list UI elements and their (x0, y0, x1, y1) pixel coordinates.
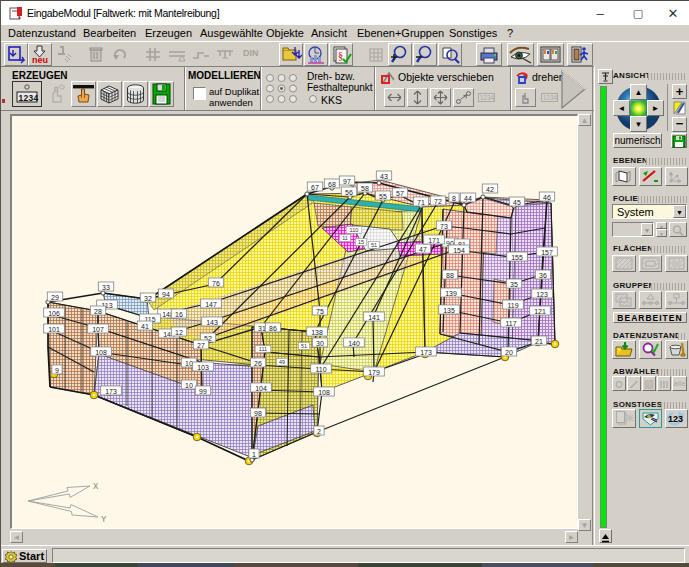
svg-text:36: 36 (539, 272, 547, 279)
svg-text:101: 101 (48, 326, 60, 333)
svg-text:110: 110 (350, 227, 359, 233)
svg-text:86: 86 (269, 325, 277, 332)
svg-text:33: 33 (102, 284, 110, 291)
svg-text:9: 9 (55, 367, 59, 374)
svg-text:1234: 1234 (543, 94, 558, 101)
svg-text:2: 2 (317, 428, 321, 435)
svg-text:10: 10 (185, 382, 193, 389)
svg-text:11: 11 (342, 235, 348, 241)
svg-text:123: 123 (536, 291, 548, 298)
svg-text:41: 41 (141, 323, 149, 330)
svg-text:20: 20 (505, 349, 513, 356)
svg-text:104: 104 (255, 385, 267, 392)
svg-text:30: 30 (316, 340, 324, 347)
svg-text:111: 111 (259, 346, 267, 352)
svg-text:117: 117 (505, 320, 516, 327)
svg-text:§: § (338, 50, 343, 61)
svg-text:173: 173 (105, 388, 117, 395)
svg-text:123: 123 (668, 414, 683, 424)
svg-text:98: 98 (254, 410, 262, 417)
svg-text:56: 56 (345, 189, 353, 196)
svg-text:49: 49 (279, 359, 285, 365)
svg-text:45: 45 (513, 199, 521, 206)
svg-text:15: 15 (358, 239, 364, 245)
svg-text:140: 140 (348, 340, 360, 347)
svg-text:26: 26 (254, 360, 262, 367)
svg-text:8: 8 (452, 195, 456, 202)
svg-text:58: 58 (361, 185, 369, 192)
svg-text:12: 12 (175, 329, 183, 336)
svg-text:28: 28 (94, 308, 102, 315)
svg-text:1: 1 (252, 451, 256, 458)
svg-text:141: 141 (368, 314, 380, 321)
svg-text:139: 139 (445, 290, 457, 297)
svg-text:51: 51 (301, 343, 307, 349)
svg-text:35: 35 (510, 281, 518, 288)
svg-text:157: 157 (541, 249, 553, 256)
svg-text:42: 42 (486, 186, 494, 193)
svg-text:75: 75 (316, 308, 324, 315)
svg-text:1234: 1234 (18, 93, 38, 103)
svg-text:73: 73 (440, 223, 448, 230)
svg-text:Y: Y (101, 515, 107, 525)
svg-text:110: 110 (315, 366, 326, 373)
svg-text:173: 173 (420, 349, 432, 356)
svg-text:171: 171 (428, 237, 440, 244)
svg-text:51: 51 (371, 242, 377, 248)
svg-text:103: 103 (197, 364, 209, 371)
svg-text:108: 108 (95, 349, 107, 356)
svg-text:97: 97 (343, 178, 351, 185)
svg-text:32: 32 (144, 295, 152, 302)
svg-text:72: 72 (434, 198, 442, 205)
svg-text:94: 94 (162, 291, 170, 298)
svg-text:107: 107 (92, 326, 104, 333)
svg-text:10: 10 (185, 360, 193, 367)
svg-text:31: 31 (258, 325, 266, 332)
svg-text:143: 143 (206, 319, 218, 326)
svg-text:147: 147 (205, 301, 217, 308)
svg-text:67: 67 (311, 184, 319, 191)
svg-text:21: 21 (535, 338, 543, 345)
svg-text:47: 47 (419, 246, 427, 253)
svg-text:119: 119 (507, 302, 518, 309)
svg-text:179: 179 (368, 369, 380, 376)
svg-text:108: 108 (318, 389, 330, 396)
svg-text:135: 135 (443, 307, 455, 314)
svg-text:155: 155 (511, 254, 523, 261)
svg-text:16: 16 (175, 311, 183, 318)
svg-text:138: 138 (311, 329, 323, 336)
svg-text:1234: 1234 (480, 94, 495, 101)
svg-text:71: 71 (417, 199, 425, 206)
svg-text:88: 88 (446, 272, 454, 279)
svg-text:29: 29 (51, 294, 59, 301)
svg-text:43: 43 (380, 173, 388, 180)
svg-text:76: 76 (212, 280, 220, 287)
svg-text:27: 27 (197, 342, 205, 349)
svg-text:44: 44 (464, 195, 472, 202)
svg-text:106: 106 (48, 310, 60, 317)
svg-text:154: 154 (453, 247, 465, 254)
svg-text:neu: neu (32, 55, 48, 65)
svg-text:57: 57 (396, 190, 404, 197)
svg-text:X: X (93, 482, 99, 492)
svg-text:55: 55 (379, 193, 387, 200)
svg-text:68: 68 (328, 181, 336, 188)
svg-text:121: 121 (534, 308, 546, 315)
svg-text:46: 46 (543, 194, 551, 201)
svg-text:99: 99 (199, 388, 207, 395)
